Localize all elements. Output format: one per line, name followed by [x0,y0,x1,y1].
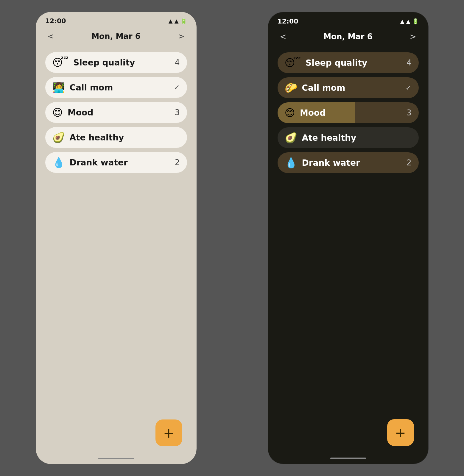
habit-emoji: 😊 [52,107,63,118]
habit-list: 😴Sleep quality4🌮Call mom✓😊Mood3🥑Ate heal… [268,49,428,176]
wifi-icon: ▲ [400,18,404,24]
habit-item[interactable]: 😴Sleep quality4 [278,52,419,73]
battery-icon: 🔋 [180,18,187,24]
habit-name: Ate healthy [302,133,412,143]
habit-value: 4 [175,58,180,67]
status-time: 12:00 [278,18,298,25]
signal-icon: ▲ [175,18,179,24]
phone-inner-dark: 12:00 ▲ ▲ 🔋 < Mon, Mar 6 > 😴Sleep qualit… [268,12,429,464]
habit-emoji: 💧 [52,157,65,167]
battery-icon: 🔋 [412,18,419,24]
habit-name: Call mom [302,83,406,93]
habit-emoji: 😴 [285,58,301,68]
habit-value: 2 [407,158,412,167]
habit-item[interactable]: 💧Drank water2 [45,152,187,173]
habit-emoji: 💧 [285,158,297,168]
habit-name: Ate healthy [70,133,180,143]
habit-name: Call mom [70,83,174,93]
signal-icon: ▲ [406,18,410,24]
habit-emoji: 😴 [52,57,69,68]
habit-checkmark: ✓ [174,83,180,92]
habit-item[interactable]: 👩‍💻Call mom✓ [45,77,187,98]
habit-item[interactable]: 🥑Ate healthy [45,127,187,148]
habit-item[interactable]: 😊Mood3 [278,102,419,123]
status-icons: ▲ ▲ 🔋 [400,18,419,24]
status-bar: 12:00 ▲ ▲ 🔋 [36,12,197,27]
habit-item[interactable]: 💧Drank water2 [278,152,419,173]
phone-light: 12:00 ▲ ▲ 🔋 < Mon, Mar 6 > 😴Sleep qualit… [0,0,232,476]
habit-list: 😴Sleep quality4👩‍💻Call mom✓😊Mood3🥑Ate he… [36,49,197,176]
date-label: Mon, Mar 6 [323,32,373,41]
habit-value: 3 [175,108,180,117]
add-button-wrap: + [387,419,414,446]
habit-item[interactable]: 😊Mood3 [45,102,187,123]
habit-emoji: 😊 [285,108,295,118]
next-date-button[interactable]: > [176,29,187,43]
prev-date-button[interactable]: < [278,30,289,43]
habit-emoji: 👩‍💻 [52,82,65,93]
status-icons: ▲ ▲ 🔋 [169,18,187,24]
home-indicator [98,458,134,459]
habit-name: Drank water [302,158,407,168]
habit-value: 2 [175,158,180,167]
habit-name: Drank water [70,158,175,167]
habit-item[interactable]: 🌮Call mom✓ [278,77,419,98]
habit-emoji: 🥑 [52,132,65,143]
habit-name: Mood [300,108,407,118]
add-habit-button[interactable]: + [155,419,182,446]
habit-emoji: 🥑 [285,133,297,143]
wifi-icon: ▲ [169,18,173,24]
habit-value: 4 [407,58,412,67]
add-button-wrap: + [155,419,182,446]
prev-date-button[interactable]: < [45,29,57,43]
habit-item[interactable]: 😴Sleep quality4 [45,52,187,73]
habit-name: Sleep quality [306,58,407,68]
next-date-button[interactable]: > [407,30,419,43]
habit-name: Mood [68,108,175,118]
phone-inner-light: 12:00 ▲ ▲ 🔋 < Mon, Mar 6 > 😴Sleep qualit… [36,12,197,464]
habit-name: Sleep quality [73,58,175,68]
status-bar: 12:00 ▲ ▲ 🔋 [268,12,428,27]
habit-checkmark: ✓ [405,84,411,92]
habit-emoji: 🌮 [285,83,297,93]
phone-dark: 12:00 ▲ ▲ 🔋 < Mon, Mar 6 > 😴Sleep qualit… [232,0,464,476]
date-label: Mon, Mar 6 [91,32,141,41]
nav-bar: < Mon, Mar 6 > [36,27,197,49]
add-habit-button[interactable]: + [387,419,414,446]
home-indicator [330,458,366,459]
habit-item[interactable]: 🥑Ate healthy [278,127,419,148]
habit-value: 3 [407,108,412,117]
status-time: 12:00 [45,17,66,25]
nav-bar: < Mon, Mar 6 > [268,27,428,49]
